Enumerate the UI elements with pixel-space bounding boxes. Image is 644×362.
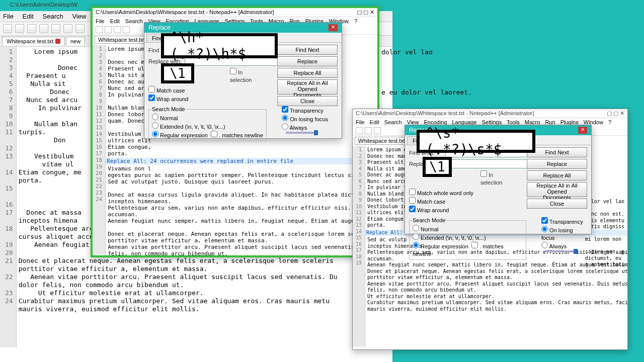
close-icon[interactable] xyxy=(55,39,60,44)
callout-replace-h: \1 xyxy=(161,63,194,83)
window-title: C:\Users\Admin\Desktop\W xyxy=(10,2,77,8)
menu-file[interactable]: File xyxy=(3,13,14,20)
search-mode-group: Search Mode Normal Extended (\n, \r, \t,… xyxy=(148,106,267,141)
find-next-button[interactable]: Find Next xyxy=(527,147,587,157)
tab-new[interactable]: new xyxy=(66,37,85,45)
search-mode-group: Search Mode Normal Extended (\n, \r, \t,… xyxy=(409,217,526,260)
toolbar-icon[interactable] xyxy=(123,26,130,33)
transparency-check[interactable]: Transparency xyxy=(282,106,328,115)
code-after-status: Vivamus non l egestas purus ac sapien po… xyxy=(106,164,377,256)
tab-label: Whitespace test.txt xyxy=(7,38,53,44)
callout-find-regex-h: ^\h*(.*?)\h*$ xyxy=(161,33,278,58)
search-mode-legend: Search Mode xyxy=(152,106,185,112)
menu-edit[interactable]: Edit xyxy=(370,119,379,125)
menu-search[interactable]: Search xyxy=(43,13,63,20)
line-numbers: 1 2 3 4 5 6 7 8 9 10 11 12 13 14 15 16 1… xyxy=(353,146,365,347)
tab-whitespace-test[interactable]: Whitespace test.txt xyxy=(2,37,65,45)
dialog-title: Replace xyxy=(148,24,171,31)
transparency-slider[interactable] xyxy=(545,250,576,252)
toolbar-icon[interactable] xyxy=(96,26,103,33)
mode-regex[interactable]: Regular expression . matches newline xyxy=(152,131,263,139)
find-next-button[interactable]: Find Next xyxy=(277,45,338,55)
menu-file[interactable]: File xyxy=(96,18,105,24)
menu-search[interactable]: Search xyxy=(125,18,143,24)
in-selection-check[interactable]: In selection xyxy=(230,68,264,84)
search-mode-legend: Search Mode xyxy=(413,217,445,223)
cut-icon[interactable] xyxy=(63,24,72,33)
menu-view[interactable]: View xyxy=(72,13,86,20)
save-icon[interactable] xyxy=(27,24,36,33)
close-icon[interactable]: ✕ xyxy=(578,127,587,134)
replace-all-docs-button[interactable]: Replace All in All Opened Documents xyxy=(527,182,587,197)
new-file-icon[interactable] xyxy=(3,24,12,33)
print-icon[interactable] xyxy=(51,24,60,33)
mode-regex[interactable]: Regular expression . matches newline xyxy=(413,242,523,258)
callout-replace-s: \1 xyxy=(423,157,452,177)
dot-newline-check[interactable] xyxy=(471,242,478,248)
button-column: Find Next Replace Replace All Replace Al… xyxy=(277,45,338,106)
visible-overflow-text: dolor vel lao e eu dolor vel laoreet. xyxy=(381,40,472,97)
button-column: Find Next Replace Replace All Replace Al… xyxy=(527,147,587,209)
menu-help[interactable]: ? xyxy=(354,18,357,24)
toolbar-icon[interactable] xyxy=(374,127,381,134)
titlebar: C:\Users\Admin\Desktop\Whitespace test.t… xyxy=(93,8,377,17)
titlebar: C:\Users\Admin\Desktop\Whitespace test.t… xyxy=(353,109,627,118)
transparency-group: Transparency On losing focus Always xyxy=(282,106,328,141)
open-file-icon[interactable] xyxy=(15,24,24,33)
menu-edit[interactable]: Edit xyxy=(23,13,34,20)
line-numbers: 1 2 3 4 5 6 7 8 9 10 11 12 13 14 15 16 1… xyxy=(0,47,17,347)
transparency-check[interactable]: Transparency xyxy=(541,217,587,226)
replace-all-docs-button[interactable]: Replace All in All Opened Documents xyxy=(277,79,338,95)
transparency-group: Transparency On losing focus Always xyxy=(541,217,587,260)
window-controls[interactable]: ▢ ▢ ✕ xyxy=(357,9,374,16)
replace-all-status: Replace All: 24 occurrences were replace… xyxy=(106,158,377,164)
window-controls[interactable]: ▢ ▢ ✕ xyxy=(607,110,624,117)
window-title: C:\Users\Admin\Desktop\Whitespace test.t… xyxy=(356,110,534,117)
transparency-always[interactable]: Always xyxy=(541,242,587,250)
mode-normal[interactable]: Normal xyxy=(413,225,523,233)
callout-find-regex-s: ^\s*(.*?)\s*$ xyxy=(417,130,535,153)
replace-all-button[interactable]: Replace All xyxy=(527,170,587,180)
save-all-icon[interactable] xyxy=(39,24,48,33)
replace-all-button[interactable]: Replace All xyxy=(277,68,338,78)
transparency-always[interactable]: Always xyxy=(282,123,328,132)
mode-extended[interactable]: Extended (\n, \r, \t, \0, \x...) xyxy=(413,233,523,242)
line-numbers: 1 2 3 4 5 6 7 8 9 10 11 12 13 14 15 16 1… xyxy=(93,45,106,256)
menu-edit[interactable]: Edit xyxy=(110,18,120,24)
transparency-slider[interactable] xyxy=(286,132,316,134)
toolbar-icon[interactable] xyxy=(365,127,372,134)
transparency-onlosing[interactable]: On losing focus xyxy=(541,226,587,242)
toolbar-icon[interactable] xyxy=(356,127,363,134)
menu-search[interactable]: Search xyxy=(384,119,402,125)
replace-button[interactable]: Replace xyxy=(527,159,587,169)
toolbar-icon[interactable] xyxy=(105,26,112,33)
close-button[interactable]: Close xyxy=(527,199,587,209)
close-icon[interactable]: ✕ xyxy=(329,24,338,31)
transparency-onlosing[interactable]: On losing focus xyxy=(282,115,328,123)
tab-label: Whitespace test.txt xyxy=(358,138,405,144)
tab-label: Whitespace test.txt xyxy=(98,37,145,43)
window-title: C:\Users\Admin\Desktop\Whitespace test.t… xyxy=(96,9,274,16)
mode-extended[interactable]: Extended (\n, \r, \t, \0, \x...) xyxy=(152,122,263,131)
copy-icon[interactable] xyxy=(75,24,85,33)
replace-button[interactable]: Replace xyxy=(277,56,338,66)
menu-help[interactable]: ? xyxy=(608,119,611,125)
in-selection-check[interactable]: In selection xyxy=(480,170,515,187)
mode-normal[interactable]: Normal xyxy=(152,114,263,122)
tab-label: new xyxy=(70,38,80,44)
menu-file[interactable]: File xyxy=(356,119,365,125)
toolbar-icon[interactable] xyxy=(114,26,121,33)
dot-newline-check[interactable] xyxy=(211,131,217,137)
close-button[interactable]: Close xyxy=(277,96,338,106)
